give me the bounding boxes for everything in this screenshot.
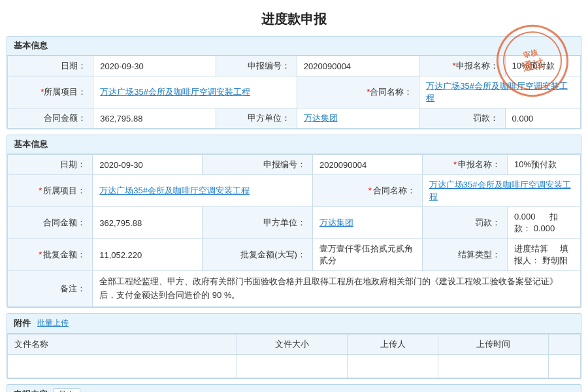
app-name-label: 申报名称： bbox=[458, 159, 500, 169]
penalty-label: 罚款： bbox=[419, 108, 505, 129]
date-value: 2020-09-30 bbox=[93, 56, 216, 76]
batch-upload-button[interactable]: 批量上传 bbox=[37, 318, 69, 329]
project-label: 所属项目： bbox=[43, 186, 86, 195]
contract-amount-label-cell: 合同金额： bbox=[8, 207, 93, 239]
table-row: 日期： 2020-09-30 申报编号： 2020090004 *申报名称： 1… bbox=[8, 56, 581, 76]
contract-name-link[interactable]: 万达广场35#会所及咖啡厅空调安装工程 bbox=[429, 180, 571, 201]
attach-time-label: 上传时间 bbox=[476, 339, 510, 349]
attach-col-action bbox=[549, 334, 581, 354]
attachment-table: 文件名称 文件大小 上传人 上传时间 bbox=[7, 334, 581, 378]
attach-empty-filename bbox=[8, 354, 237, 378]
basic-info-header: 基本信息 bbox=[7, 37, 581, 56]
date-label: 日期： bbox=[8, 56, 93, 76]
contract-name-label: 合同名称： bbox=[373, 186, 416, 195]
party-a-label: 甲方单位： bbox=[216, 108, 297, 129]
project-link[interactable]: 万达广场35#会所及咖啡厅空调安装工程 bbox=[99, 186, 250, 195]
app-name-value: 10%预付款 bbox=[514, 159, 557, 169]
basic-info-section: 基本信息 日期： 2020-09-30 申报编号： 2020090004 *申报… bbox=[7, 36, 581, 129]
filler-value: 野朝阳 bbox=[542, 255, 568, 265]
basic-info-header-v2: 基本信息 bbox=[7, 135, 581, 154]
attach-uploader-label: 上传人 bbox=[380, 339, 406, 349]
approved-amount-value: 11,052.220 bbox=[99, 250, 142, 260]
info-row-2: *所属项目： 万达广场35#会所及咖啡厅空调安装工程 *合同名称： 万达广场35… bbox=[8, 175, 581, 207]
penalty-value-cell: 0.000 扣款： 0.000 bbox=[508, 207, 581, 239]
contract-name-label: *合同名称： bbox=[297, 76, 419, 108]
attach-col-filename: 文件名称 bbox=[8, 334, 237, 354]
settlement-type-label: 结算类型： bbox=[458, 250, 500, 259]
approved-amount-label-cell: *批复金额： bbox=[8, 239, 93, 271]
info-row-4: *批复金额： 11,052.220 批复金额(大写)： 壹万壹仟零伍拾贰元贰角贰… bbox=[8, 239, 581, 271]
settlement-type-label-cell: 结算类型： bbox=[422, 239, 507, 271]
page-title: 进度款申报 bbox=[0, 0, 588, 36]
attachment-section: 附件 批量上传 文件名称 文件大小 上传人 上传时间 bbox=[7, 313, 581, 379]
app-name-label-text: 申报名称： bbox=[456, 61, 498, 71]
app-no-value: 2020090004 bbox=[297, 56, 419, 76]
penalty-label-cell: 罚款： bbox=[422, 207, 507, 239]
attach-filename-label: 文件名称 bbox=[14, 339, 48, 349]
app-name-label-cell: *申报名称： bbox=[422, 155, 507, 175]
project-value[interactable]: 万达广场35#会所及咖啡厅空调安装工程 bbox=[93, 76, 297, 108]
penalty-label: 罚款： bbox=[475, 218, 500, 227]
info-row-1: 日期： 2020-09-30 申报编号： 2020090004 *申报名称： 1… bbox=[8, 155, 581, 175]
project-value-cell[interactable]: 万达广场35#会所及咖啡厅空调安装工程 bbox=[93, 175, 313, 207]
approved-big-value: 壹万壹仟零伍拾贰元贰角贰分 bbox=[319, 244, 413, 265]
approved-amount-label: 批复金额： bbox=[43, 250, 86, 259]
approved-big-value-cell: 壹万壹仟零伍拾贰元贰角贰分 bbox=[312, 239, 422, 271]
settlement-type-value: 进度结算 bbox=[514, 244, 548, 253]
deduction-value: 0.000 bbox=[534, 223, 555, 233]
app-no-value: 2020090004 bbox=[319, 160, 367, 170]
date-label-cell: 日期： bbox=[8, 155, 93, 175]
attach-empty-uploader bbox=[348, 354, 438, 378]
attach-empty-row bbox=[8, 354, 581, 378]
penalty-value: 0.000 bbox=[514, 212, 536, 221]
basic-info-table: 日期： 2020-09-30 申报编号： 2020090004 *申报名称： 1… bbox=[7, 56, 581, 129]
approved-amount-value-cell: 11,052.220 bbox=[93, 239, 203, 271]
contract-amount-value-cell: 362,795.88 bbox=[93, 207, 203, 239]
party-a-label-cell: 甲方单位： bbox=[203, 207, 313, 239]
attach-size-label: 文件大小 bbox=[275, 339, 309, 349]
party-a-link[interactable]: 万达集团 bbox=[304, 113, 338, 123]
remark-label: 备注： bbox=[60, 284, 86, 293]
info-row-3: 合同金额： 362,795.88 甲方单位： 万达集团 罚款： 0.000 扣款… bbox=[8, 207, 581, 239]
content-section: 申报内容 导出 序号 *编号 *清单子目 *单位 *合同数量 *综合单价 合计 … bbox=[7, 384, 581, 392]
app-no-label: 申报编号： bbox=[263, 159, 306, 169]
project-label-text: 所属项目： bbox=[44, 87, 86, 97]
approved-big-label: 批复金额(大写)： bbox=[240, 250, 306, 259]
penalty-value: 0.000 bbox=[505, 108, 580, 129]
contract-amount-label: 合同金额： bbox=[8, 108, 93, 129]
date-value: 2020-09-30 bbox=[99, 160, 143, 170]
attach-col-time: 上传时间 bbox=[438, 334, 549, 354]
contract-name-label-cell: *合同名称： bbox=[312, 175, 422, 207]
basic-info-section-v2: 基本信息 日期： 2020-09-30 申报编号： 2020090004 *申报… bbox=[7, 135, 581, 308]
remark-label-cell: 备注： bbox=[8, 271, 93, 307]
contract-name-label-text: 合同名称： bbox=[370, 87, 412, 97]
app-no-label-cell: 申报编号： bbox=[203, 155, 313, 175]
table-row: 合同金额： 362,795.88 甲方单位： 万达集团 罚款： 0.000 bbox=[8, 108, 581, 129]
party-a-label: 甲方单位： bbox=[263, 218, 306, 227]
attach-empty-action bbox=[549, 354, 581, 378]
project-label: *所属项目： bbox=[8, 76, 93, 108]
content-header: 申报内容 导出 bbox=[7, 385, 581, 392]
app-name-label: *申报名称： bbox=[419, 56, 505, 76]
date-value-cell: 2020-09-30 bbox=[93, 155, 203, 175]
settlement-filler-cell: 进度结算 填报人： 野朝阳 bbox=[508, 239, 581, 271]
app-no-label: 申报编号： bbox=[216, 56, 297, 76]
attach-header-row: 文件名称 文件大小 上传人 上传时间 bbox=[8, 334, 581, 354]
remark-value-cell: 全部工程经监理、甲方、政府有关部门书面验收合格并且取得工程所在地政府相关部门的《… bbox=[93, 271, 581, 307]
contract-amount-label: 合同金额： bbox=[43, 218, 86, 227]
remark-value: 全部工程经监理、甲方、政府有关部门书面验收合格并且取得工程所在地政府相关部门的《… bbox=[99, 276, 558, 300]
party-a-value-cell[interactable]: 万达集团 bbox=[312, 207, 422, 239]
attach-empty-time bbox=[438, 354, 549, 378]
info-row-5: 备注： 全部工程经监理、甲方、政府有关部门书面验收合格并且取得工程所在地政府相关… bbox=[8, 271, 581, 307]
table-row: *所属项目： 万达广场35#会所及咖啡厅空调安装工程 *合同名称： 万达广场35… bbox=[8, 76, 581, 108]
basic-info-body: 日期： 2020-09-30 申报编号： 2020090004 *申报名称： 1… bbox=[7, 56, 581, 129]
app-name-value-cell: 10%预付款 bbox=[508, 155, 581, 175]
party-a-value[interactable]: 万达集团 bbox=[297, 108, 419, 129]
basic-info-label: 基本信息 bbox=[14, 139, 48, 149]
party-a-link[interactable]: 万达集团 bbox=[319, 218, 353, 227]
date-label: 日期： bbox=[60, 159, 86, 169]
attachment-label: 附件 bbox=[14, 318, 31, 329]
export-button[interactable]: 导出 bbox=[53, 388, 80, 392]
contract-name-value-cell[interactable]: 万达广场35#会所及咖啡厅空调安装工程 bbox=[422, 175, 580, 207]
project-link[interactable]: 万达广场35#会所及咖啡厅空调安装工程 bbox=[100, 87, 250, 97]
